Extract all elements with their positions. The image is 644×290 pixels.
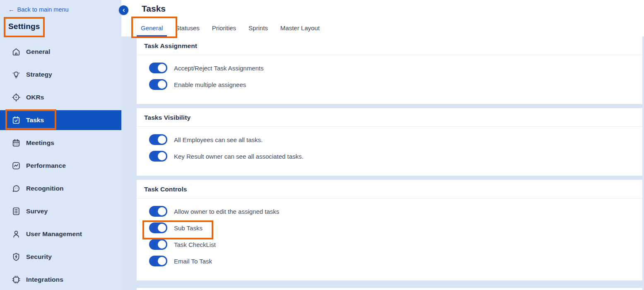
sidebar-item-performance[interactable]: Performance: [0, 156, 121, 176]
sidebar-item-label: Recognition: [26, 185, 64, 192]
settings-title: Settings: [8, 22, 40, 31]
tab-sprints[interactable]: Sprints: [244, 24, 272, 36]
toggle-knob: [158, 207, 166, 215]
sidebar-item-label: Performance: [26, 162, 66, 169]
page-title: Tasks: [142, 4, 166, 14]
toggle-email-to-task[interactable]: [149, 256, 167, 266]
toggle-allow-owner-to-edit-the-assigned-tasks[interactable]: [149, 206, 167, 217]
toggle-task-checklist[interactable]: [149, 239, 167, 250]
toggle-label: Email To Task: [174, 258, 212, 265]
sidebar-item-label: Meetings: [26, 139, 54, 147]
section-title: Task Controls: [144, 186, 635, 193]
settings-content: Task AssignmentAccept/Reject Task Assign…: [121, 36, 644, 290]
tab-statuses[interactable]: Statuses: [171, 24, 203, 36]
sidebar-nav: GeneralStrategyOKRsTasksMeetingsPerforma…: [0, 42, 121, 290]
sidebar-item-strategy[interactable]: Strategy: [0, 65, 121, 85]
chat-bubble-icon: [12, 184, 21, 193]
performance-chart-icon: [12, 161, 21, 170]
next-section-partial: [137, 288, 642, 290]
toggle-accept-reject-task-assignments[interactable]: [149, 63, 167, 73]
section-task-assignment: Task AssignmentAccept/Reject Task Assign…: [137, 36, 642, 104]
toggle-label: Enable multiple assignees: [174, 81, 246, 88]
toggle-enable-multiple-assignees[interactable]: [149, 79, 167, 90]
section-body: Accept/Reject Task AssignmentsEnable mul…: [137, 55, 642, 104]
section-title: Task Assignment: [144, 42, 635, 50]
chevron-left-icon: [121, 7, 127, 13]
toggle-label: Task CheckList: [174, 241, 216, 248]
sidebar-item-security[interactable]: Security: [0, 247, 121, 267]
back-link-label: Back to main menu: [17, 6, 69, 13]
main-header: Tasks GeneralStatusesPrioritiesSprintsMa…: [121, 0, 644, 36]
sidebar-item-user-management[interactable]: User Management: [0, 224, 121, 244]
settings-app: ← Back to main menu Settings GeneralStra…: [0, 0, 644, 290]
toggle-sub-tasks[interactable]: [149, 222, 167, 233]
sidebar-item-label: Strategy: [26, 71, 52, 78]
toggle-knob: [158, 80, 166, 89]
shield-zap-icon: [12, 252, 21, 261]
cpu-icon: [12, 275, 21, 284]
sidebar-item-label: OKRs: [26, 94, 44, 101]
survey-list-icon: [12, 207, 21, 216]
sidebar-item-okrs[interactable]: OKRs: [0, 87, 121, 107]
home-icon: [12, 47, 21, 56]
calendar-days-icon: [12, 138, 21, 147]
toggle-key-result-owner-can-see-all-associated-tasks[interactable]: [149, 151, 167, 162]
sidebar-item-recognition[interactable]: Recognition: [0, 179, 121, 198]
sidebar-item-tasks[interactable]: Tasks: [0, 110, 121, 130]
sidebar-item-integrations[interactable]: Integrations: [0, 270, 121, 290]
sidebar-item-label: Security: [26, 253, 52, 261]
toggle-row-key-result-owner-can-see-all-associated-tasks: Key Result owner can see all associated …: [149, 151, 642, 162]
sidebar-item-label: Survey: [26, 208, 48, 215]
toggle-row-accept-reject-task-assignments: Accept/Reject Task Assignments: [149, 63, 642, 73]
tab-master-layout[interactable]: Master Layout: [276, 24, 324, 36]
target-icon: [12, 93, 21, 102]
section-header: Task Assignment: [137, 36, 642, 55]
toggle-row-email-to-task: Email To Task: [149, 256, 642, 266]
sidebar-item-meetings[interactable]: Meetings: [0, 133, 121, 153]
toggle-row-all-employees-can-see-all-tasks: All Employees can see all tasks.: [149, 134, 642, 145]
toggle-knob: [158, 257, 166, 265]
lightbulb-icon: [12, 70, 21, 79]
sidebar-collapse-button[interactable]: [119, 5, 128, 15]
settings-main: Tasks GeneralStatusesPrioritiesSprintsMa…: [121, 0, 644, 290]
toggle-all-employees-can-see-all-tasks[interactable]: [149, 134, 167, 145]
back-arrow-icon: ←: [8, 6, 14, 13]
toggle-row-sub-tasks: Sub Tasks: [149, 222, 642, 233]
toggle-knob: [158, 64, 166, 72]
sidebar-item-label: Integrations: [26, 276, 63, 283]
toggle-row-allow-owner-to-edit-the-assigned-tasks: Allow owner to edit the assigned tasks: [149, 206, 642, 217]
sidebar-item-label: General: [26, 48, 50, 56]
toggle-label: Sub Tasks: [174, 225, 203, 232]
calendar-check-icon: [12, 116, 21, 125]
section-header: Tasks Visibility: [137, 108, 642, 127]
toggle-knob: [158, 224, 166, 232]
tab-priorities[interactable]: Priorities: [208, 24, 240, 36]
section-header: Task Controls: [137, 180, 642, 198]
toggle-knob: [158, 152, 166, 160]
toggle-label: All Employees can see all tasks.: [174, 136, 263, 143]
settings-sidebar: ← Back to main menu Settings GeneralStra…: [0, 0, 121, 290]
sidebar-item-label: Tasks: [26, 116, 44, 124]
section-task-controls: Task ControlsAllow owner to edit the ass…: [137, 180, 642, 280]
toggle-label: Key Result owner can see all associated …: [174, 153, 304, 160]
toggle-knob: [158, 240, 166, 249]
sidebar-item-general[interactable]: General: [0, 42, 121, 62]
sidebar-item-survey[interactable]: Survey: [0, 201, 121, 221]
section-body: Allow owner to edit the assigned tasksSu…: [137, 198, 642, 280]
tabs: GeneralStatusesPrioritiesSprintsMaster L…: [137, 24, 328, 36]
section-tasks-visibility: Tasks VisibilityAll Employees can see al…: [137, 108, 642, 176]
toggle-row-task-checklist: Task CheckList: [149, 239, 642, 250]
toggle-label: Accept/Reject Task Assignments: [174, 65, 264, 72]
toggle-knob: [158, 135, 166, 144]
section-title: Tasks Visibility: [144, 114, 635, 121]
sidebar-item-label: User Management: [26, 230, 82, 238]
user-icon: [12, 230, 21, 239]
tab-general[interactable]: General: [137, 24, 167, 36]
back-to-main-menu-link[interactable]: ← Back to main menu: [8, 6, 69, 13]
toggle-label: Allow owner to edit the assigned tasks: [174, 208, 279, 215]
toggle-row-enable-multiple-assignees: Enable multiple assignees: [149, 79, 642, 90]
section-body: All Employees can see all tasks.Key Resu…: [137, 127, 642, 176]
